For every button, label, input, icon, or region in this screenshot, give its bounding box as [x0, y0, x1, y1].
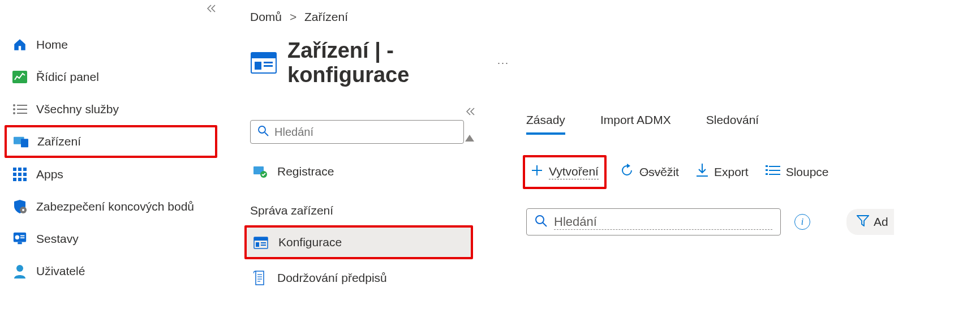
left-sidebar: Home Řídicí panel Všechny služby Zařízen…: [0, 0, 222, 317]
svg-rect-28: [255, 62, 261, 70]
svg-rect-52: [766, 173, 768, 175]
middle-panel: Domů > Zařízení Zařízení | - konfigurace…: [222, 0, 509, 317]
tool-label: Vytvoření: [549, 165, 599, 179]
tab-import-admx[interactable]: Import ADMX: [600, 113, 671, 135]
configuration-page-icon: [250, 49, 277, 76]
tab-policies[interactable]: Zásady: [526, 113, 565, 135]
sidebar-item-apps[interactable]: Apps: [0, 158, 222, 190]
sidebar-item-dashboard[interactable]: Řídicí panel: [0, 61, 222, 93]
breadcrumb-home[interactable]: Domů: [250, 10, 282, 23]
columns-button[interactable]: Sloupce: [766, 165, 829, 179]
sidebar-item-all-services[interactable]: Všechny služby: [0, 93, 222, 125]
sidebar-item-devices[interactable]: Zařízení: [5, 125, 217, 158]
tool-label: Sloupce: [786, 165, 829, 179]
toolbar: Vytvoření Osvěžit Export Sloupce: [526, 163, 980, 181]
middle-search-box[interactable]: [250, 120, 464, 144]
svg-rect-29: [264, 62, 273, 63]
dashboard-icon: [12, 70, 27, 84]
sidebar-item-endpoint-security[interactable]: Zabezpečení koncových bodů: [0, 190, 222, 222]
home-icon: [12, 37, 27, 52]
page-heading: Zařízení | - konfigurace ···: [250, 38, 509, 87]
devices-icon: [14, 134, 28, 149]
tab-label: Import ADMX: [600, 113, 671, 126]
sidebar-item-label: Uživatelé: [36, 264, 85, 278]
svg-rect-2: [17, 105, 27, 106]
columns-icon: [766, 165, 780, 179]
right-search-box[interactable]: [526, 208, 781, 235]
user-icon: [12, 264, 27, 279]
collapse-left-sidebar-icon[interactable]: [207, 5, 216, 15]
svg-point-19: [22, 209, 24, 211]
sidebar-item-users[interactable]: Uživatelé: [0, 255, 222, 287]
create-button[interactable]: Vytvoření: [523, 155, 607, 189]
sidebar-item-label: Všechny služby: [36, 102, 119, 116]
compliance-icon: [252, 271, 267, 285]
svg-rect-22: [20, 235, 24, 236]
right-search-row: i Ad: [526, 208, 980, 235]
search-icon: [535, 215, 547, 229]
svg-point-21: [15, 235, 19, 239]
svg-rect-30: [264, 65, 273, 67]
nav-list: Home Řídicí panel Všechny služby Zařízen…: [0, 28, 222, 287]
svg-rect-39: [261, 245, 266, 246]
breadcrumb: Domů > Zařízení: [250, 10, 509, 24]
scroll-up-icon[interactable]: [465, 134, 474, 144]
sidebar-item-reports[interactable]: Sestavy: [0, 222, 222, 255]
search-icon: [257, 125, 269, 139]
svg-line-32: [265, 132, 268, 136]
mid-item-configuration[interactable]: Konfigurace: [244, 225, 473, 259]
info-icon[interactable]: i: [794, 214, 810, 230]
refresh-button[interactable]: Osvěžit: [620, 164, 679, 181]
mid-item-registration[interactable]: Registrace: [250, 156, 509, 187]
breadcrumb-separator: >: [290, 10, 296, 23]
tab-tracking[interactable]: Sledování: [706, 113, 759, 135]
svg-rect-24: [18, 242, 22, 244]
svg-rect-14: [23, 173, 27, 176]
svg-rect-36: [254, 237, 268, 241]
svg-rect-10: [18, 168, 22, 171]
svg-rect-49: [769, 166, 780, 167]
mid-item-label: Konfigurace: [278, 235, 342, 249]
middle-search-input[interactable]: [274, 126, 457, 139]
svg-rect-17: [23, 178, 27, 181]
breadcrumb-current: Zařízení: [304, 10, 348, 23]
svg-rect-12: [13, 173, 16, 176]
svg-rect-48: [766, 165, 768, 167]
right-search-input[interactable]: [554, 215, 772, 230]
sidebar-item-label: Sestavy: [36, 232, 79, 246]
tool-label: Export: [714, 165, 749, 179]
svg-point-31: [259, 126, 265, 133]
svg-rect-11: [23, 168, 27, 171]
svg-point-54: [536, 216, 544, 224]
svg-rect-8: [21, 139, 28, 147]
svg-rect-6: [17, 113, 27, 114]
shield-gear-icon: [12, 199, 27, 214]
svg-rect-23: [20, 237, 24, 238]
refresh-icon: [620, 164, 634, 181]
sidebar-item-label: Apps: [36, 168, 63, 181]
svg-rect-51: [769, 170, 780, 171]
mid-item-compliance[interactable]: Dodržování předpisů: [250, 263, 509, 293]
page-more-menu-icon[interactable]: ···: [497, 57, 509, 69]
right-panel: Zásady Import ADMX Sledování Vytvoření O…: [509, 0, 980, 317]
sidebar-item-home[interactable]: Home: [0, 28, 222, 61]
apps-grid-icon: [12, 167, 27, 182]
filter-button[interactable]: Ad: [846, 209, 894, 235]
svg-rect-15: [13, 178, 16, 181]
collapse-middle-panel-icon[interactable]: [466, 108, 475, 118]
sidebar-item-label: Home: [36, 38, 68, 52]
svg-line-55: [543, 222, 547, 226]
reports-icon: [12, 232, 27, 246]
export-button[interactable]: Export: [696, 164, 749, 181]
download-icon: [696, 164, 708, 181]
tab-label: Sledování: [706, 113, 759, 126]
page-title: Zařízení | - konfigurace: [287, 38, 451, 87]
svg-rect-13: [18, 173, 22, 176]
svg-rect-16: [18, 178, 22, 181]
svg-rect-38: [261, 242, 266, 243]
sidebar-item-label: Zařízení: [37, 135, 81, 148]
svg-point-5: [13, 112, 15, 114]
filter-icon: [857, 215, 869, 229]
svg-rect-50: [766, 169, 768, 171]
svg-rect-53: [769, 174, 780, 175]
